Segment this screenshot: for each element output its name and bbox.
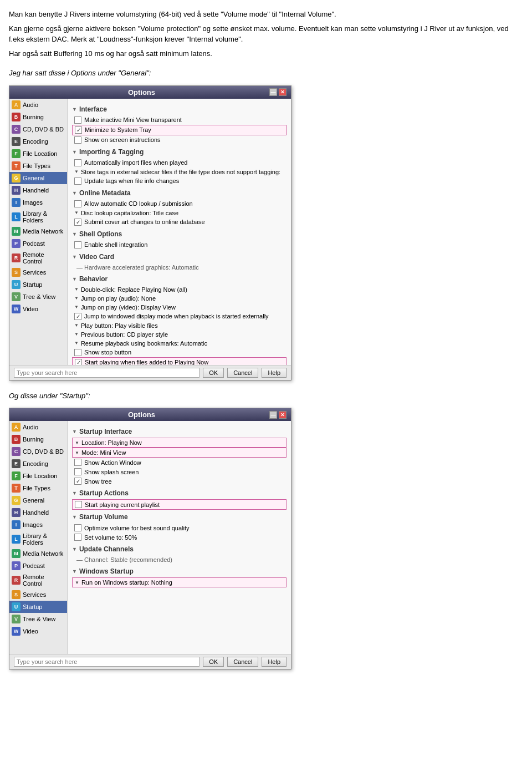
sidebar-item-medianet[interactable]: MMedia Network xyxy=(9,225,67,237)
dropdown-row[interactable]: Play button: Play visible files xyxy=(72,321,287,330)
sidebar-item-services[interactable]: SServices xyxy=(9,589,67,601)
checkbox[interactable] xyxy=(75,126,82,134)
sidebar-item-podcast[interactable]: PPodcast xyxy=(9,237,67,250)
close-button[interactable]: ✕ xyxy=(279,88,287,96)
checkbox[interactable] xyxy=(74,534,81,541)
dropdown-row[interactable]: Run on Windows startup: Nothing xyxy=(72,577,287,587)
search-input-2[interactable] xyxy=(14,657,200,667)
sidebar-item-startup[interactable]: UStartup xyxy=(9,601,67,613)
sidebar-item-tree[interactable]: VTree & View xyxy=(9,291,67,303)
checkbox-row[interactable]: Automatically import files when played xyxy=(72,158,287,168)
sidebar-item-general[interactable]: GGeneral xyxy=(9,494,67,506)
dropdown-value: Play button: Play visible files xyxy=(74,322,158,329)
close-button-2[interactable]: ✕ xyxy=(279,411,287,419)
checkbox-label: Show Action Window xyxy=(84,459,141,466)
sidebar-item-video[interactable]: WVideo xyxy=(9,303,67,315)
sidebar-item-images[interactable]: IImages xyxy=(9,196,67,209)
checkbox-row[interactable]: Jump to windowed display mode when playb… xyxy=(72,312,287,321)
checkbox-row[interactable]: Show Action Window xyxy=(72,458,287,467)
minimize-button[interactable]: — xyxy=(269,88,277,96)
ok-button-2[interactable]: OK xyxy=(203,657,224,667)
sidebar-item-audio[interactable]: AAudio xyxy=(9,99,67,111)
checkbox-label: Enable shell integration xyxy=(84,241,147,248)
ok-button-1[interactable]: OK xyxy=(203,368,224,378)
dropdown-row[interactable]: Location: Playing Now xyxy=(72,438,287,448)
sidebar-item-images[interactable]: IImages xyxy=(9,519,67,531)
sidebar-item-encoding[interactable]: EEncoding xyxy=(9,458,67,470)
checkbox-row[interactable]: Show tree xyxy=(72,476,287,486)
checkbox[interactable] xyxy=(75,501,82,508)
dropdown-row[interactable]: Previous button: CD player style xyxy=(72,330,287,339)
checkbox-row[interactable]: Enable shell integration xyxy=(72,240,287,250)
checkbox[interactable] xyxy=(74,478,81,485)
minimize-button-2[interactable]: — xyxy=(269,411,277,419)
checkbox[interactable] xyxy=(74,313,81,320)
checkbox-row[interactable]: Show splash screen xyxy=(72,467,287,476)
sidebar-item-cd[interactable]: CCD, DVD & BD xyxy=(9,445,67,458)
sidebar-item-startup[interactable]: UStartup xyxy=(9,278,67,291)
sidebar-item-audio[interactable]: AAudio xyxy=(9,421,67,433)
checkbox-row[interactable]: Show stop button xyxy=(72,348,287,357)
cancel-button-2[interactable]: Cancel xyxy=(227,657,258,667)
checkbox[interactable] xyxy=(74,116,81,124)
checkbox-row[interactable]: Update tags when file info changes xyxy=(72,176,287,186)
checkbox[interactable] xyxy=(74,200,81,207)
checkbox-row[interactable]: Submit cover art changes to online datab… xyxy=(72,217,287,227)
checkbox-row[interactable]: Allow automatic CD lookup / submission xyxy=(72,199,287,209)
sidebar-item-burning[interactable]: BBurning xyxy=(9,111,67,123)
sidebar-label-images: Images xyxy=(23,199,43,206)
checkbox[interactable] xyxy=(74,349,81,356)
checkbox-row[interactable]: Optimize volume for best sound quality xyxy=(72,523,287,532)
sidebar-item-handheld[interactable]: HHandheld xyxy=(9,184,67,196)
sidebar-item-handheld[interactable]: HHandheld xyxy=(9,506,67,519)
dropdown-row[interactable]: Jump on play (audio): None xyxy=(72,294,287,303)
checkbox-row[interactable]: Make inactive Mini View transparent xyxy=(72,115,287,125)
sidebar-label-handheld: Handheld xyxy=(23,187,49,194)
checkbox-row[interactable]: Minimize to System Tray xyxy=(72,125,287,135)
checkbox[interactable] xyxy=(74,219,81,226)
checkbox[interactable] xyxy=(74,136,81,144)
sidebar-item-services[interactable]: SServices xyxy=(9,266,67,278)
checkbox[interactable] xyxy=(74,241,81,248)
section-header-importing-&-tagging: Importing & Tagging xyxy=(72,148,287,156)
checkbox[interactable] xyxy=(74,178,81,185)
sidebar-item-cd[interactable]: CCD, DVD & BD xyxy=(9,123,67,135)
dropdown-row[interactable]: Mode: Mini View xyxy=(72,448,287,458)
sidebar-item-library[interactable]: LLibrary & Folders xyxy=(9,209,67,225)
search-input-1[interactable] xyxy=(14,368,200,378)
sidebar-label-services: Services xyxy=(23,591,46,598)
sidebar-item-tree[interactable]: VTree & View xyxy=(9,613,67,625)
sidebar-item-library[interactable]: LLibrary & Folders xyxy=(9,531,67,547)
sidebar-item-remote[interactable]: RRemote Control xyxy=(9,250,67,266)
help-button-2[interactable]: Help xyxy=(262,657,287,667)
dropdown-row[interactable]: Jump on play (video): Display View xyxy=(72,303,287,312)
dropdown-row[interactable]: Disc lookup capitalization: Title case xyxy=(72,209,287,217)
checkbox-row[interactable]: Start playing when files added to Playin… xyxy=(72,357,287,365)
checkbox-row[interactable]: Start playing current playlist xyxy=(72,499,287,510)
dash-item: Hardware accelerated graphics: Automatic xyxy=(72,263,287,272)
checkbox[interactable] xyxy=(74,159,81,166)
checkbox[interactable] xyxy=(74,459,81,466)
cancel-button-1[interactable]: Cancel xyxy=(227,368,258,378)
help-button-1[interactable]: Help xyxy=(262,368,287,378)
images-icon: I xyxy=(12,520,21,529)
sidebar-item-fileloc[interactable]: FFile Location xyxy=(9,470,67,482)
sidebar-item-encoding[interactable]: EEncoding xyxy=(9,135,67,148)
dropdown-row[interactable]: Double-click: Replace Playing Now (all) xyxy=(72,285,287,294)
sidebar-item-video[interactable]: WVideo xyxy=(9,625,67,637)
sidebar-item-medianet[interactable]: MMedia Network xyxy=(9,547,67,560)
sidebar-item-burning[interactable]: BBurning xyxy=(9,433,67,445)
sidebar-item-fileloc[interactable]: FFile Location xyxy=(9,148,67,160)
checkbox[interactable] xyxy=(74,524,81,531)
sidebar-item-filetypes[interactable]: TFile Types xyxy=(9,482,67,494)
checkbox-row[interactable]: Show on screen instructions xyxy=(72,135,287,145)
dropdown-row[interactable]: Store tags in external sidecar files if … xyxy=(72,168,287,176)
dropdown-row[interactable]: Resume playback using bookmarks: Automat… xyxy=(72,339,287,348)
checkbox-row[interactable]: Set volume to: 50% xyxy=(72,532,287,542)
sidebar-item-general[interactable]: GGeneral xyxy=(9,172,67,184)
checkbox[interactable] xyxy=(74,468,81,475)
sidebar-item-podcast[interactable]: PPodcast xyxy=(9,560,67,572)
checkbox[interactable] xyxy=(75,359,82,365)
sidebar-item-remote[interactable]: RRemote Control xyxy=(9,572,67,589)
sidebar-item-filetypes[interactable]: TFile Types xyxy=(9,160,67,172)
